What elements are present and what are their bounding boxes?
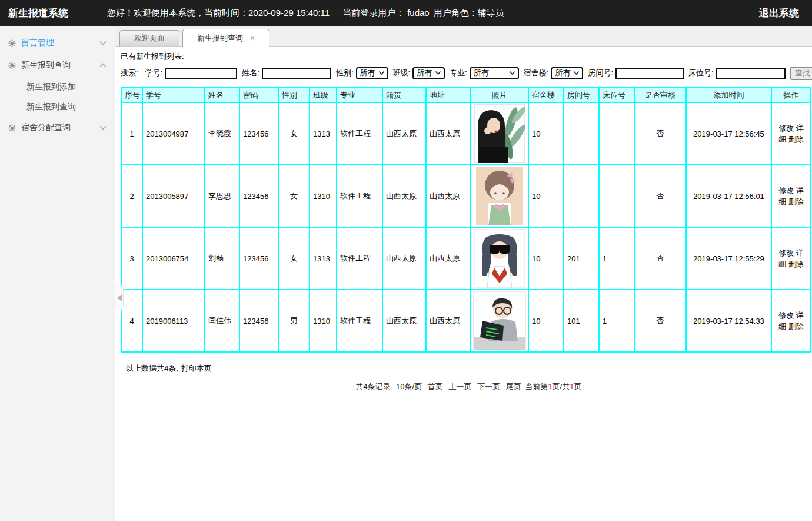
major-select[interactable]: 所有 <box>470 67 519 79</box>
class-select-value: 所有 <box>417 68 432 78</box>
cell-name: 刘畅 <box>205 227 239 290</box>
cell-major: 软件工程 <box>337 290 382 352</box>
cell-gender: 女 <box>278 165 310 227</box>
dorm-select[interactable]: 所有 <box>551 67 583 79</box>
modify-link[interactable]: 修改 <box>778 186 794 195</box>
collapse-arrow-left-icon <box>117 294 122 301</box>
anime-girl-pink-bow-photo <box>476 167 523 225</box>
first-page-link[interactable]: 首页 <box>428 382 443 391</box>
cell-address: 山西太原 <box>426 227 470 290</box>
cell-bed: 1 <box>599 290 634 352</box>
table-header-row: 序号学号姓名密码性别班级专业籍贯地址照片宿舍楼房间号床位号是否审核添加时间操作 <box>121 88 811 102</box>
table-row: 22013005897李思思123456女1310软件工程山西太原山西太原10否… <box>121 165 811 227</box>
chevron-down-icon <box>99 41 107 45</box>
cell-gender: 男 <box>278 290 310 352</box>
prev-page-link[interactable]: 上一页 <box>448 382 471 391</box>
search-bar: 搜索: 学号: 姓名: 性别: 所有 班级: 所有 专业: 所有 宿舍楼: 所有… <box>121 66 812 80</box>
freshman-table: 序号学号姓名密码性别班级专业籍贯地址照片宿舍楼房间号床位号是否审核添加时间操作 … <box>121 87 811 353</box>
cell-origin: 山西太原 <box>382 290 426 352</box>
table-summary: 以上数据共4条,打印本页 <box>126 363 812 374</box>
tab-bar: 欢迎页面 新生报到查询 × <box>115 26 812 47</box>
delete-link[interactable]: 删除 <box>788 135 804 144</box>
next-page-link[interactable]: 下一页 <box>477 382 500 391</box>
last-page-link[interactable]: 尾页 <box>506 382 521 391</box>
cell-major: 软件工程 <box>337 102 382 165</box>
modify-link[interactable]: 修改 <box>778 311 794 320</box>
room-input[interactable] <box>615 68 684 79</box>
column-header: 姓名 <box>205 88 239 102</box>
name-input[interactable] <box>262 68 331 79</box>
class-select[interactable]: 所有 <box>412 67 445 79</box>
cell-student_id: 2013005897 <box>142 165 205 227</box>
cell-major: 软件工程 <box>337 165 382 227</box>
cell-password: 123456 <box>239 290 278 352</box>
cell-student_id: 2013004987 <box>142 102 205 165</box>
sidebar-subitem-freshman-query[interactable]: 新生报到查询 <box>0 97 115 117</box>
delete-link[interactable]: 删除 <box>788 322 804 331</box>
table-row: 42019006113闫佳伟123456男1310软件工程山西太原山西太原101… <box>121 290 811 352</box>
cell-gender: 女 <box>278 227 310 290</box>
gear-icon <box>8 39 16 47</box>
cell-bed <box>599 102 634 165</box>
column-header: 房间号 <box>564 88 599 102</box>
cell-origin: 山西太原 <box>382 102 426 165</box>
sidebar-item-label: 宿舍分配查询 <box>21 122 71 133</box>
main-panel: 欢迎页面 新生报到查询 × 已有新生报到列表: 搜索: 学号: 姓名: 性别: … <box>115 26 812 521</box>
column-header: 是否审核 <box>634 88 686 102</box>
cell-bed: 1 <box>599 227 634 290</box>
sidebar-item-message-management[interactable]: 留言管理 <box>0 32 115 54</box>
tab-label: 欢迎页面 <box>134 33 165 44</box>
cell-added_time: 2019-03-17 12:54:33 <box>686 290 771 352</box>
delete-link[interactable]: 删除 <box>788 197 804 206</box>
cell-audited: 否 <box>634 227 686 290</box>
chevron-down-icon <box>99 125 107 130</box>
table-row: 32013006754刘畅123456女1313软件工程山西太原山西太原1020… <box>121 227 811 290</box>
cell-password: 123456 <box>239 165 278 227</box>
cell-student_id: 2019006113 <box>142 290 205 352</box>
column-header: 籍贯 <box>382 88 426 102</box>
column-header: 序号 <box>121 88 142 102</box>
cell-index: 4 <box>121 290 142 352</box>
cell-origin: 山西太原 <box>382 227 426 290</box>
modify-link[interactable]: 修改 <box>778 124 794 132</box>
cell-room <box>564 102 599 165</box>
cell-password: 123456 <box>239 227 278 290</box>
sidebar-item-freshman-query-group[interactable]: 新生报到查询 <box>0 54 115 77</box>
logout-button[interactable]: 退出系统 <box>759 6 812 20</box>
cell-address: 山西太原 <box>426 290 470 352</box>
cell-index: 2 <box>121 165 142 227</box>
cell-photo <box>470 102 528 165</box>
modify-link[interactable]: 修改 <box>778 248 794 257</box>
app-title: 新生报道系统 <box>0 6 100 20</box>
print-page-link[interactable]: 打印本页 <box>181 364 212 373</box>
cell-audited: 否 <box>634 290 686 352</box>
sidebar-item-dorm-assignment-query[interactable]: 宿舍分配查询 <box>0 117 115 139</box>
select-arrow-icon <box>379 71 384 75</box>
delete-link[interactable]: 删除 <box>788 260 804 268</box>
cell-dorm: 10 <box>528 290 564 352</box>
cell-address: 山西太原 <box>426 102 470 165</box>
cell-password: 123456 <box>239 102 278 165</box>
column-header: 操作 <box>771 88 811 102</box>
sidebar-subitem-freshman-add[interactable]: 新生报到添加 <box>0 77 115 97</box>
major-select-value: 所有 <box>474 68 489 78</box>
per-page: 10条/页 <box>396 382 422 391</box>
gender-select[interactable]: 所有 <box>356 67 388 79</box>
column-header: 添加时间 <box>686 88 771 102</box>
tab-freshman-query[interactable]: 新生报到查询 × <box>182 29 269 47</box>
dorm-select-value: 所有 <box>555 68 570 78</box>
search-button[interactable]: 查找 <box>790 67 812 80</box>
sidebar-collapse-handle[interactable] <box>115 286 124 310</box>
cell-name: 闫佳伟 <box>205 290 239 352</box>
search-prefix: 搜索: <box>121 68 138 78</box>
dorm-label: 宿舍楼: <box>524 68 549 78</box>
cell-name: 李思思 <box>205 165 239 227</box>
cell-added_time: 2019-03-17 12:56:01 <box>686 165 771 227</box>
close-icon[interactable]: × <box>250 34 255 42</box>
bed-input[interactable] <box>716 68 786 79</box>
student-id-input[interactable] <box>165 68 237 79</box>
cell-index: 3 <box>121 227 142 290</box>
cell-student_id: 2013006754 <box>142 227 205 290</box>
select-arrow-icon <box>574 71 579 75</box>
tab-welcome-page[interactable]: 欢迎页面 <box>119 30 179 46</box>
